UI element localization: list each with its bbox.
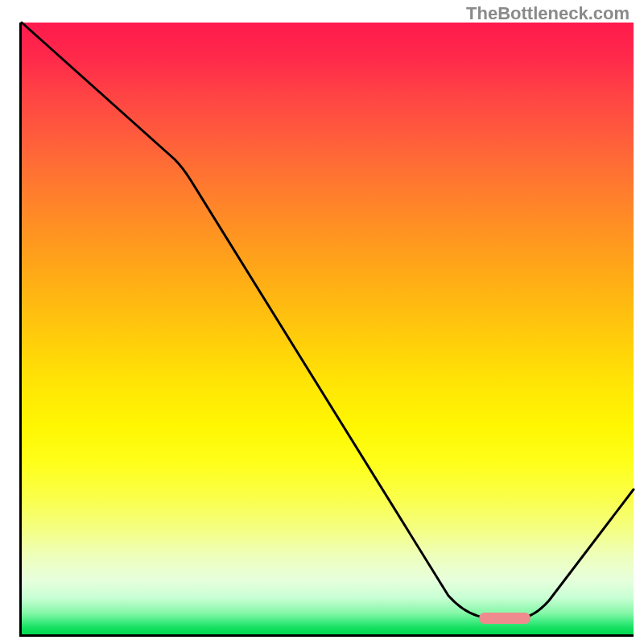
- watermark-text: TheBottleneck.com: [466, 3, 630, 24]
- chart-svg: [22, 23, 634, 634]
- plot-area: [19, 23, 634, 637]
- bottleneck-line: [22, 23, 634, 618]
- optimal-marker: [479, 613, 530, 624]
